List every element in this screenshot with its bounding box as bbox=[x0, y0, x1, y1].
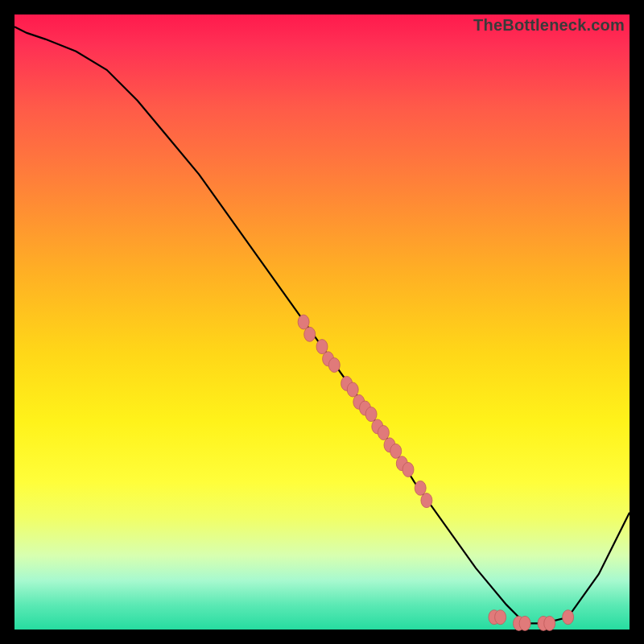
curve-marker bbox=[304, 327, 316, 341]
curve-marker bbox=[402, 462, 414, 477]
chart-svg bbox=[14, 14, 630, 630]
curve-marker bbox=[298, 315, 309, 329]
curve-marker bbox=[495, 610, 506, 625]
curve-marker bbox=[519, 616, 530, 630]
chart-frame: TheBottleneck.com bbox=[0, 0, 644, 644]
curve-marker bbox=[365, 407, 377, 422]
curve-marker bbox=[328, 358, 340, 373]
curve-marker bbox=[415, 481, 426, 495]
bottleneck-curve bbox=[14, 27, 630, 623]
curve-marker bbox=[390, 444, 402, 458]
curve-markers bbox=[298, 315, 573, 630]
curve-marker bbox=[378, 426, 389, 440]
curve-marker bbox=[421, 493, 432, 508]
curve-marker bbox=[316, 340, 328, 354]
plot-area: TheBottleneck.com bbox=[14, 14, 630, 630]
curve-marker bbox=[563, 610, 574, 625]
curve-marker bbox=[347, 382, 358, 397]
curve-marker bbox=[544, 616, 555, 630]
